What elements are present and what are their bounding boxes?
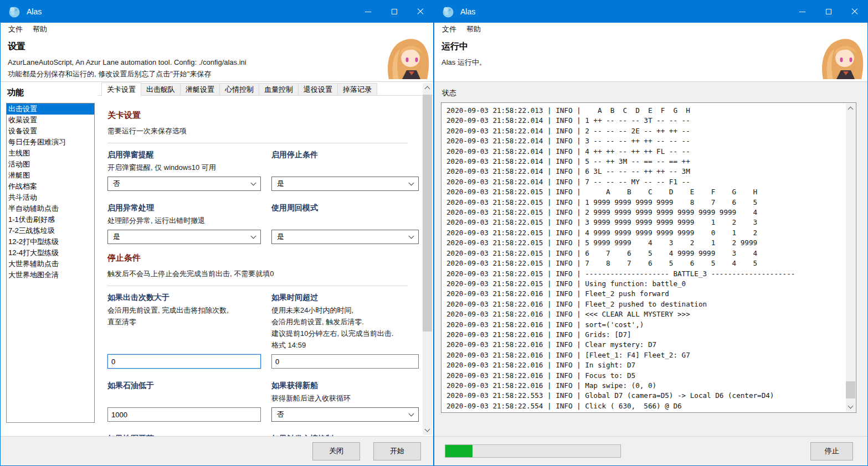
maximize-button[interactable] <box>381 1 407 23</box>
settings-body: 功能 出击设置收菜设置设备设置每日任务困难演习主线图活动图潜艇图作战档案共斗活动… <box>1 82 433 436</box>
sidebar-item[interactable]: 大世界辅助点击 <box>7 258 94 270</box>
scroll-thumb[interactable] <box>846 381 855 398</box>
minimize-icon <box>799 12 805 12</box>
stop-button[interactable]: 停止 <box>810 442 853 460</box>
field-label: 如果石油低于 <box>107 381 261 391</box>
menu-item[interactable]: 帮助 <box>28 23 52 35</box>
log-output[interactable]: 2020-09-03 21:58:22.013 | INFO | A B C D… <box>441 102 856 413</box>
attack-count-input[interactable] <box>107 354 261 369</box>
settings-footer: 关闭 开始 <box>1 436 433 465</box>
sidebar-item-label: 潜艇图 <box>8 171 30 179</box>
sidebar-item-label: 半自动辅助点击 <box>8 204 59 213</box>
chevron-down-icon <box>409 233 414 239</box>
sidebar-item[interactable]: 大世界地图全清 <box>7 270 94 281</box>
progress-fill <box>445 445 472 457</box>
log-line: 2020-09-03 21:58:22.015 | INFO | -------… <box>446 269 843 279</box>
chevron-down-icon <box>409 180 414 185</box>
tab[interactable]: 潜艇设置 <box>180 83 220 96</box>
sidebar-item[interactable]: 作战档案 <box>7 181 94 192</box>
stop-condition-select[interactable]: 是 <box>271 177 419 191</box>
log-line: 2020-09-03 21:58:22.014 | INFO | 5 -- ++… <box>446 157 843 167</box>
tab-label: 关卡设置 <box>107 85 136 94</box>
sidebar-item[interactable]: 1-1伏击刷好感 <box>7 214 94 225</box>
log-line: 2020-09-03 21:58:22.016 | INFO | Map swi… <box>446 381 843 391</box>
oil-below-input[interactable] <box>107 407 261 422</box>
section-title-stage-settings: 关卡设置 <box>107 110 408 121</box>
scroll-down-icon[interactable] <box>423 426 432 435</box>
sidebar-item[interactable]: 12-4打大型练级 <box>7 247 94 258</box>
field-loop-mode: 使用周回模式 是 <box>271 203 419 244</box>
window-title: Alas <box>460 7 475 16</box>
tab[interactable]: 出击舰队 <box>141 83 181 96</box>
sidebar-item-label: 主线图 <box>8 149 30 157</box>
settings-menubar: 文件帮助 <box>1 23 433 35</box>
sidebar-item-label: 共斗活动 <box>8 193 37 201</box>
log-scrollbar[interactable] <box>846 103 855 412</box>
settings-titlebar[interactable]: Alas <box>1 1 433 23</box>
section-desc-stop-condition: 触发后不会马上停止会先完成当前出击, 不需要就填0 <box>107 269 408 279</box>
tab[interactable]: 心情控制 <box>219 83 259 96</box>
tab[interactable]: 退役设置 <box>298 83 338 96</box>
menu-item[interactable]: 文件 <box>437 23 461 35</box>
status-label: 状态 <box>441 88 856 98</box>
sidebar-item[interactable]: 出击设置 <box>7 103 94 115</box>
scroll-up-icon[interactable] <box>423 83 432 92</box>
tab-label: 退役设置 <box>304 85 332 94</box>
sidebar-item-label: 7-2三战拣垃圾 <box>8 226 55 235</box>
field-desc: 获得新船后进入收获循环 <box>271 392 419 404</box>
tab[interactable]: 关卡设置 <box>101 82 141 96</box>
maximize-button[interactable] <box>815 1 841 23</box>
field-oil-below: 如果石油低于 <box>107 381 261 422</box>
select-value: 否 <box>277 410 284 420</box>
sidebar-item[interactable]: 每日任务困难演习 <box>7 137 94 148</box>
log-line: 2020-09-03 21:58:22.016 | INFO | Fleet_2… <box>446 299 843 309</box>
settings-window: Alas 文件帮助 设置 AzurLaneAutoScript, An Azur… <box>0 0 434 466</box>
content-scrollbar[interactable] <box>423 83 432 435</box>
minimize-button[interactable] <box>355 1 381 23</box>
sidebar-item[interactable]: 主线图 <box>7 148 94 159</box>
popup-alert-select[interactable]: 否 <box>107 177 261 191</box>
tab[interactable]: 掉落记录 <box>337 83 377 96</box>
log-line: 2020-09-03 21:58:22.014 | INFO | 7 -- --… <box>446 177 843 187</box>
close-app-button[interactable]: 关闭 <box>312 442 360 460</box>
sidebar-item[interactable]: 半自动辅助点击 <box>7 203 94 214</box>
select-value: 是 <box>113 232 120 242</box>
log-line: 2020-09-03 21:58:22.016 | INFO | <<< CLE… <box>446 309 843 319</box>
scroll-up-icon[interactable] <box>846 103 855 113</box>
close-button[interactable] <box>407 1 433 23</box>
sidebar-item[interactable]: 共斗活动 <box>7 192 94 203</box>
field-desc: 会沿用先前设置, 完成出击将扣除次数, 直至清零 <box>107 304 261 328</box>
start-button[interactable]: 开始 <box>373 442 421 460</box>
field-label: 启用弹窗提醒 <box>107 150 261 160</box>
header-description-1: AzurLaneAutoScript, An Azur Lane automat… <box>8 56 433 68</box>
error-handling-select[interactable]: 是 <box>107 230 261 244</box>
header-description-1: Alas 运行中。 <box>441 56 867 68</box>
chevron-up-icon <box>425 86 430 92</box>
sidebar-item[interactable]: 12-2打中型练级 <box>7 236 94 247</box>
runner-titlebar[interactable]: Alas <box>434 1 867 23</box>
close-button[interactable] <box>841 1 867 23</box>
scroll-down-icon[interactable] <box>846 402 855 412</box>
caption-buttons <box>789 1 867 23</box>
close-icon <box>851 8 859 15</box>
minimize-button[interactable] <box>789 1 815 23</box>
sidebar-item[interactable]: 活动图 <box>7 159 94 170</box>
sidebar-item[interactable]: 设备设置 <box>7 126 94 137</box>
settings-header: 设置 AzurLaneAutoScript, An Azur Lane auto… <box>1 35 433 82</box>
menu-item[interactable]: 帮助 <box>461 23 486 35</box>
sidebar-item[interactable]: 7-2三战拣垃圾 <box>7 225 94 236</box>
sidebar-item[interactable]: 收菜设置 <box>7 115 94 126</box>
new-ship-select[interactable]: 否 <box>271 407 419 422</box>
field-row-4: 如果石油低于 如果获得新船 获得新船后进入收获循环 否 <box>107 381 408 422</box>
menu-item[interactable]: 文件 <box>3 23 28 35</box>
close-icon <box>417 8 424 15</box>
field-label: 使用周回模式 <box>271 203 419 213</box>
field-desc: 处理部分异常, 运行出错时撤退 <box>107 215 261 226</box>
loop-mode-select[interactable]: 是 <box>271 230 419 244</box>
log-line: 2020-09-03 21:58:22.014 | INFO | 6 3L --… <box>446 167 843 177</box>
sidebar-item[interactable]: 潜艇图 <box>7 170 94 181</box>
scroll-thumb[interactable] <box>423 95 432 332</box>
tab[interactable]: 血量控制 <box>259 83 299 96</box>
time-limit-input[interactable] <box>271 354 419 369</box>
log-line: 2020-09-03 21:58:22.015 | INFO | 7 8 7 6… <box>446 258 843 268</box>
